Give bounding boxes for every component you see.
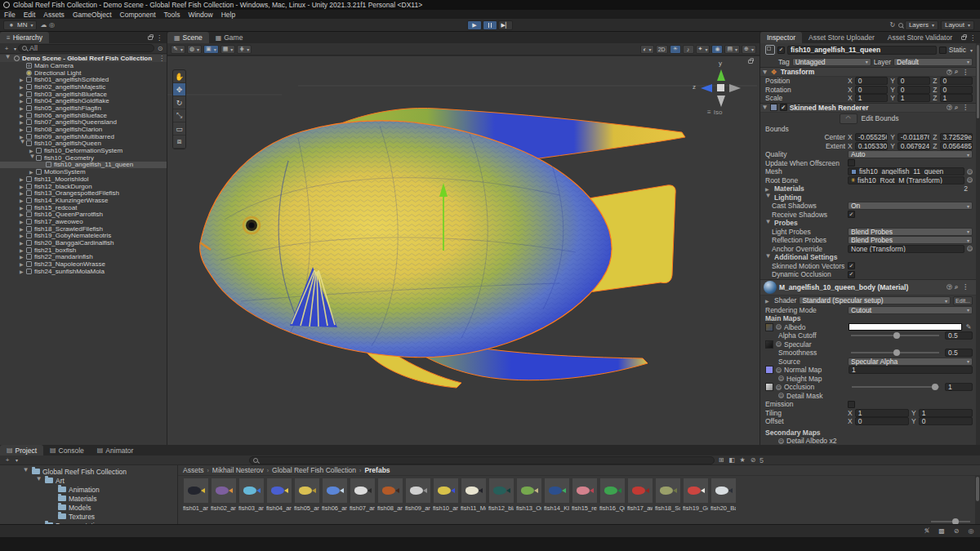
foldout-arrow-icon[interactable]: ▶ [20,247,26,253]
lock-icon[interactable] [961,36,966,40]
component-overlay-dropdown[interactable]: ▤▾ [724,45,740,54]
hierarchy-item[interactable]: ▶ fish12_blackDurgon [0,183,167,190]
hierarchy-item[interactable]: ▶ fish09_angelfishMultibarred [0,133,167,140]
search-by-label-icon[interactable]: ◧ [728,455,736,465]
asset-item[interactable]: fish11_Mo... [461,478,486,512]
root-bone-object-field[interactable]: ⚹fish10_Root_M (Transform) [848,176,964,184]
extent-y-field[interactable]: 0.06792451 [898,142,930,150]
gizmo-center-cube[interactable] [717,84,724,91]
menu-item[interactable]: Edit [20,11,40,19]
services-icon[interactable]: ◎ [47,20,56,30]
kebab-menu-icon[interactable]: ⋮ [960,283,970,291]
project-search-input[interactable] [249,456,715,464]
foldout-arrow-icon[interactable]: ▶ [765,298,772,304]
chevron-down-icon[interactable]: ▾ [16,457,18,463]
favorites-icon[interactable]: ★ [738,455,746,465]
transform-component-header[interactable]: ▶ ✥ Transform ?⌕⋮ [760,67,976,77]
reflection-probes-dropdown[interactable]: Blend Probes▾ [848,236,973,244]
occlusion-slider[interactable] [852,386,939,388]
kebab-menu-icon[interactable]: ⋮ [154,34,164,42]
scene-visibility-toggle[interactable]: ◉ [711,45,723,54]
notifications-muted-icon[interactable]: ⊘ [952,527,960,536]
inspector-tab[interactable]: Inspector [760,32,802,43]
help-icon[interactable]: ? [947,104,952,110]
alpha-cutoff-value[interactable]: 0.5 [945,331,973,340]
folder-tree-item[interactable]: ▶ Art [0,476,177,485]
foldout-arrow-icon[interactable]: ▶ [763,105,768,109]
foldout-arrow-icon[interactable]: ▶ [20,205,26,211]
skinned-motion-checkbox[interactable] [848,262,855,269]
presets-icon[interactable]: ⌕ [952,67,960,77]
2d-toggle[interactable]: 2D [656,45,668,54]
x-field[interactable]: 0 [855,86,888,94]
foldout-arrow-icon[interactable]: ▶ [20,105,26,111]
hierarchy-item[interactable]: ▶ Directional Light [0,69,167,77]
menu-item[interactable]: Help [217,11,239,19]
albedo-texture-thumb[interactable] [765,323,773,331]
texture-picker-icon[interactable]: ⊙ [778,393,784,398]
normal-map-value[interactable]: 1 [849,366,973,374]
help-icon[interactable]: ? [947,69,952,75]
kebab-menu-icon[interactable]: ⋮ [157,55,167,62]
z-field[interactable]: 0 [940,77,973,85]
offset-y-field[interactable]: 0 [919,417,973,425]
hidden-packages-icon[interactable]: ⊘ [749,455,757,465]
z-field[interactable]: 1 [940,94,973,102]
effects-dropdown[interactable]: ✦▾ [696,45,710,54]
hierarchy-item[interactable]: ▶ fish02_angelfishMajestic [0,83,167,91]
inspector-tab[interactable]: Asset Store Uploader [802,32,881,43]
step-button[interactable]: ▶▏ [498,20,513,30]
foldout-arrow-icon[interactable]: ▶ [30,154,36,161]
asset-item[interactable]: fish03_an... [238,478,264,512]
hierarchy-item[interactable]: ▶ fish06_angelfishBlueface [0,112,167,119]
skybox-toggle-dropdown[interactable]: ◍▾ [187,45,202,54]
folder-tree-item[interactable]: ▶ Global Reef Fish Collection [0,467,177,476]
help-icon[interactable]: ? [947,284,952,290]
gizmos-dropdown[interactable]: ⊕▾ [742,45,756,54]
scene-view-tab[interactable]: ▦ Scene [167,32,209,43]
folder-tree-item[interactable]: ▶ Animation [0,485,177,494]
occlusion-value[interactable]: 1 [945,383,973,391]
hierarchy-item[interactable]: ▶ fish10_DeformationSystem [0,147,167,154]
hierarchy-item[interactable]: ▶ fish01_angelfishScribbled [0,76,167,83]
scene-root-row[interactable]: ▶ Demo Scene - Global Reef Fish Collecti… [0,55,167,62]
hierarchy-item[interactable]: ▶ fish19_GobyNemateleotris [0,233,167,240]
camera-settings-dropdown[interactable]: ▣▾ [203,45,219,54]
asset-item[interactable]: fish15_re... [572,478,597,512]
shader-dropdown[interactable]: Standard (Specular setup)▾ [799,296,951,304]
layout-dropdown[interactable]: Layout▾ [941,20,974,30]
object-picker-icon[interactable]: ⊙ [967,169,973,175]
smr-component-header[interactable]: ▶ Skinned Mesh Renderer ?⌕⋮ [760,103,976,113]
hierarchy-item[interactable]: ▶ fish21_boxfish [0,247,167,254]
offset-x-field[interactable]: 0 [855,417,909,425]
object-picker-icon[interactable]: ⊙ [967,177,973,183]
chevron-down-icon[interactable]: ▾ [14,46,16,51]
object-name-field[interactable]: fish10_angelfish_11_queen [787,46,937,55]
foldout-arrow-icon[interactable]: ▶ [20,184,26,189]
object-picker-icon[interactable]: ⊙ [967,246,973,251]
snap-settings-dropdown[interactable]: ⋕▾ [237,45,252,54]
asset-item[interactable]: fish07_an... [350,478,375,512]
foldout-arrow-icon[interactable]: ▶ [20,84,26,90]
foldout-arrow-icon[interactable]: ▶ [20,119,26,125]
occlusion-texture-thumb[interactable] [765,383,773,391]
scale-tool[interactable]: ⤡ [173,109,185,122]
foldout-arrow-icon[interactable]: ▶ [763,70,768,74]
menu-item[interactable]: GameObject [69,11,116,19]
foldout-arrow-icon[interactable]: ▶ [20,198,26,203]
hierarchy-item[interactable]: ▶ fish15_redcoat [0,204,167,211]
texture-picker-icon[interactable]: ⊙ [778,438,784,444]
hierarchy-item[interactable]: ▶ fish18_ScrawledFilefish [0,225,167,233]
asset-item[interactable]: fish18_Sc... [655,478,680,512]
active-checkbox[interactable] [777,47,785,54]
static-dropdown-icon[interactable]: ▾ [970,47,973,53]
y-field[interactable]: 1 [898,94,930,102]
smoothness-value[interactable]: 0.5 [945,349,973,357]
hierarchy-item[interactable]: ▶ fish10_angelfishQueen [0,140,167,148]
receive-shadows-checkbox[interactable] [848,211,855,218]
menu-item[interactable]: Assets [39,11,69,19]
foldout-arrow-icon[interactable]: ▶ [29,148,36,153]
hierarchy-item[interactable]: ▶ fish10_angelfish_11_queen [0,162,167,169]
foldout-arrow-icon[interactable]: ▶ [20,254,26,260]
global-illumination-icon[interactable]: ✎̸ [923,527,931,536]
